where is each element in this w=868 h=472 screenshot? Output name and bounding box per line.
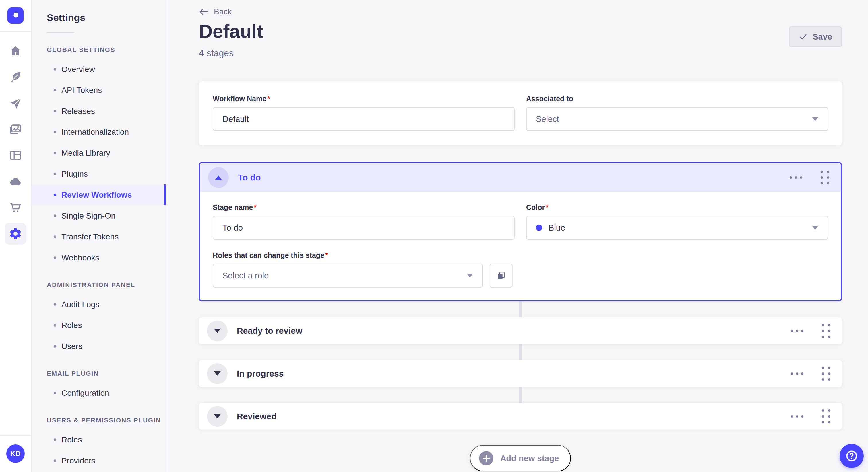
- chevron-down-icon: [467, 274, 473, 278]
- chevron-down-icon: [812, 226, 818, 230]
- bullet-icon: [54, 131, 56, 133]
- marketplace-icon[interactable]: [5, 144, 26, 166]
- sidebar-item-label: Roles: [61, 321, 82, 330]
- back-label: Back: [214, 7, 231, 16]
- stage-header-in-progress[interactable]: In progress: [199, 360, 842, 387]
- chevron-down-icon: [812, 117, 818, 121]
- stage-color-select[interactable]: Blue: [526, 216, 828, 240]
- check-icon: [799, 32, 807, 41]
- more-options-icon[interactable]: [789, 327, 805, 335]
- stage-roles-label: Roles that can change this stage*: [213, 251, 828, 260]
- help-button[interactable]: [840, 444, 864, 468]
- stage-name-field: Stage name* To do: [213, 203, 515, 240]
- main-content: Back Default 4 stages Save Workflow Name…: [166, 0, 868, 472]
- stage-card-reviewed: Reviewed: [199, 403, 842, 430]
- chevron-down-icon: [214, 414, 221, 418]
- more-options-icon[interactable]: [789, 370, 805, 378]
- bullet-icon: [54, 303, 56, 306]
- stage-title: In progress: [237, 369, 284, 378]
- collapse-toggle-button[interactable]: [208, 167, 229, 188]
- stage-header-to-do[interactable]: To do: [200, 163, 841, 192]
- stage-body-to-do: Stage name* To do Color* Blue: [200, 192, 841, 300]
- sidebar-item-plugins[interactable]: Plugins: [32, 164, 166, 184]
- drag-handle-icon[interactable]: [822, 367, 830, 380]
- required-asterisk: *: [267, 95, 270, 103]
- chevron-down-icon: [214, 329, 221, 333]
- drag-handle-icon[interactable]: [822, 324, 830, 338]
- stage-color-value: Blue: [536, 223, 565, 233]
- sidebar-item-label: Webhooks: [61, 253, 99, 262]
- bullet-icon: [54, 324, 56, 327]
- add-new-stage-button[interactable]: Add new stage: [470, 445, 571, 471]
- sidebar-item-label: Overview: [61, 65, 95, 74]
- settings-gear-icon[interactable]: [5, 223, 26, 245]
- duplicate-stage-button[interactable]: [490, 264, 513, 288]
- color-dot: [536, 225, 542, 231]
- sidebar-item-webhooks[interactable]: Webhooks: [32, 247, 166, 268]
- sidebar-item-media-library[interactable]: Media Library: [32, 142, 166, 164]
- sidebar-item-internationalization[interactable]: Internationalization: [32, 122, 166, 142]
- save-label: Save: [813, 32, 832, 42]
- sidebar-item-label: Media Library: [61, 148, 110, 158]
- stage-roles-select[interactable]: Select a role: [213, 264, 483, 288]
- deploy-cloud-icon[interactable]: [5, 171, 26, 193]
- sidebar-item-releases[interactable]: Releases: [32, 101, 166, 122]
- more-options-icon[interactable]: [789, 412, 805, 420]
- expand-toggle-button[interactable]: [207, 363, 228, 384]
- bullet-icon: [54, 89, 56, 92]
- section-label-administration-panel: ADMINISTRATION PANEL: [47, 281, 166, 289]
- stage-row-1: Stage name* To do Color* Blue: [213, 203, 828, 240]
- content-type-builder-icon[interactable]: [5, 92, 26, 114]
- purchase-cart-icon[interactable]: [5, 197, 26, 218]
- stage-name-value: To do: [222, 223, 243, 233]
- workflow-name-input[interactable]: Default: [213, 107, 515, 131]
- workflow-form-card: Workflow Name* Default Associated to Sel…: [199, 81, 842, 145]
- stage-roles-placeholder: Select a role: [222, 271, 269, 280]
- stage-card-ready-to-review: Ready to review: [199, 317, 842, 344]
- associated-to-value: Select: [536, 114, 559, 124]
- sidebar-divider: [47, 32, 74, 33]
- media-library-icon[interactable]: [5, 119, 26, 140]
- more-options-icon[interactable]: [788, 173, 803, 181]
- settings-sidebar: Settings GLOBAL SETTINGS Overview API To…: [32, 0, 166, 472]
- strapi-logo[interactable]: [7, 7, 24, 24]
- expand-toggle-button[interactable]: [207, 406, 228, 427]
- bullet-icon: [54, 256, 56, 259]
- sidebar-item-review-workflows[interactable]: Review Workflows: [32, 184, 166, 205]
- sidebar-item-configuration[interactable]: Configuration: [32, 382, 166, 403]
- back-link[interactable]: Back: [199, 7, 231, 16]
- user-avatar[interactable]: KD: [6, 444, 25, 463]
- stage-card-in-progress: In progress: [199, 360, 842, 387]
- stage-name-label: Stage name*: [213, 203, 515, 212]
- home-icon[interactable]: [5, 40, 26, 62]
- save-button[interactable]: Save: [789, 26, 842, 47]
- sidebar-item-overview[interactable]: Overview: [32, 59, 166, 80]
- rail-icons: [5, 40, 26, 249]
- sidebar-item-audit-logs[interactable]: Audit Logs: [32, 294, 166, 315]
- stage-card-to-do: To do Stage name* To do Color*: [199, 162, 842, 301]
- sidebar-item-providers[interactable]: Providers: [32, 450, 166, 471]
- required-asterisk: *: [546, 203, 549, 211]
- drag-handle-icon[interactable]: [820, 171, 829, 184]
- associated-to-label: Associated to: [526, 95, 828, 103]
- section-label-users-permissions-plugin: USERS & PERMISSIONS PLUGIN: [47, 417, 166, 424]
- drag-handle-icon[interactable]: [822, 409, 830, 423]
- sidebar-item-api-tokens[interactable]: API Tokens: [32, 80, 166, 101]
- sidebar-item-users[interactable]: Users: [32, 336, 166, 357]
- stage-header-ready-to-review[interactable]: Ready to review: [199, 317, 842, 344]
- stage-header-reviewed[interactable]: Reviewed: [199, 403, 842, 430]
- sidebar-item-admin-roles[interactable]: Roles: [32, 315, 166, 336]
- sidebar-item-transfer-tokens[interactable]: Transfer Tokens: [32, 226, 166, 247]
- content-manager-icon[interactable]: [5, 66, 26, 88]
- bullet-icon: [54, 68, 56, 71]
- bullet-icon: [54, 345, 56, 347]
- sidebar-item-single-sign-on[interactable]: Single Sign-On: [32, 205, 166, 226]
- duplicate-icon: [497, 271, 506, 280]
- stage-header-actions: [789, 324, 830, 338]
- associated-to-select[interactable]: Select: [526, 107, 828, 131]
- section-label-email-plugin: EMAIL PLUGIN: [47, 370, 166, 377]
- sidebar-item-up-roles[interactable]: Roles: [32, 429, 166, 450]
- add-stage-wrap: Add new stage: [199, 445, 842, 471]
- expand-toggle-button[interactable]: [207, 321, 228, 341]
- stage-name-input[interactable]: To do: [213, 216, 515, 240]
